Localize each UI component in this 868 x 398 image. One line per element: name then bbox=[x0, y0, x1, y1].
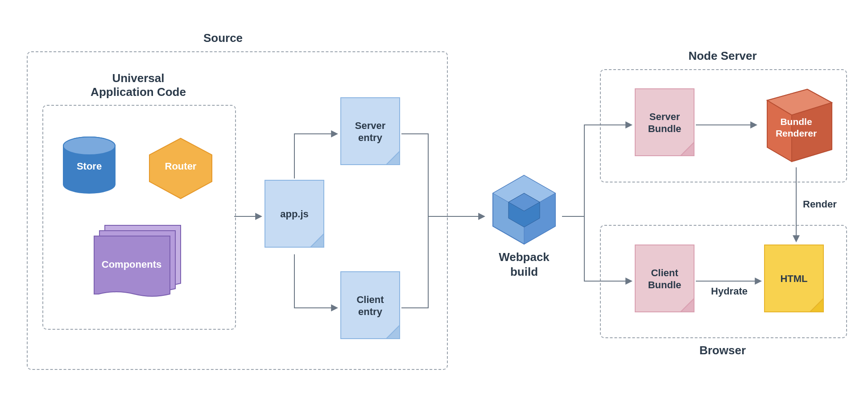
title-source: Source bbox=[0, 31, 446, 45]
bundle-renderer-label: Bundle Renderer bbox=[758, 116, 834, 140]
webpack-icon bbox=[486, 172, 562, 248]
components-label: Components bbox=[87, 259, 176, 270]
html-node: HTML bbox=[763, 243, 825, 321]
client-bundle-node: Client Bundle bbox=[633, 243, 696, 321]
edge-hydrate-label: Hydrate bbox=[703, 286, 756, 297]
title-universal: Universal Application Code bbox=[42, 71, 234, 99]
server-bundle-node: Server Bundle bbox=[633, 87, 696, 165]
router-label: Router bbox=[145, 161, 216, 172]
server-entry-node: Server entry bbox=[339, 96, 401, 174]
title-browser: Browser bbox=[600, 344, 845, 357]
webpack-label: Webpack build bbox=[482, 250, 566, 279]
appjs-node: app.js bbox=[263, 178, 326, 256]
diagram-canvas: Source Universal Application Code Store … bbox=[0, 0, 868, 398]
client-entry-node: Client entry bbox=[339, 270, 401, 348]
title-node-server: Node Server bbox=[600, 49, 845, 63]
svg-point-1 bbox=[63, 137, 115, 155]
edge-render-label: Render bbox=[803, 199, 847, 210]
store-label: Store bbox=[60, 161, 118, 172]
